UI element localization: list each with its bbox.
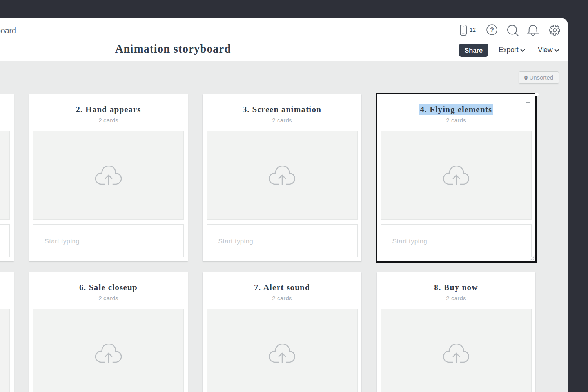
svg-text:?: ? — [490, 26, 494, 33]
